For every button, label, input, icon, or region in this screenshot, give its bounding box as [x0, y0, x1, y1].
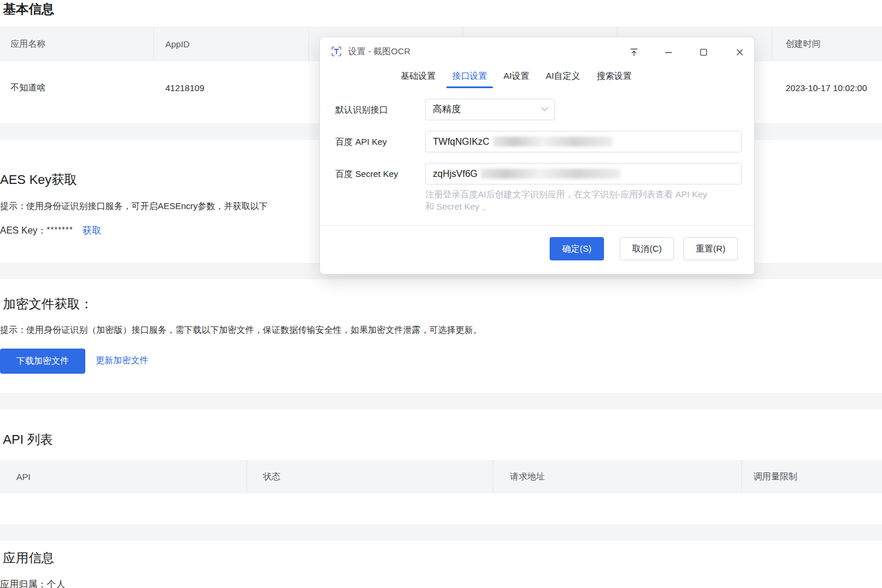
app-info-title: 应用信息 — [3, 549, 54, 567]
dialog-title: 设置 - 截图OCR — [348, 46, 411, 57]
cancel-button[interactable]: 取消(C) — [620, 237, 674, 260]
secret-key-visible-text: zqHjsVf6G — [433, 169, 477, 179]
tab-basic-settings[interactable]: 基础设置 — [401, 71, 436, 88]
dialog-footer-divider — [320, 225, 754, 226]
baidu-secret-key-input[interactable]: zqHjsVf6G — [425, 163, 742, 185]
api-list-title: API 列表 — [3, 431, 53, 448]
help-line-2: 和 Secret Key 。 — [425, 200, 745, 213]
aes-key-masked-value: ******* — [47, 225, 73, 234]
help-line-1: 注册登录百度AI后创建文字识别应用，在文字识别-应用列表查看 API Key — [425, 188, 745, 200]
encrypt-file-title: 加密文件获取： — [3, 295, 93, 313]
reset-button[interactable]: 重置(R) — [683, 237, 738, 260]
app-name-value: 不知道啥 — [11, 82, 46, 93]
default-engine-select[interactable]: 高精度 — [425, 99, 555, 120]
settings-dialog: 设置 - 截图OCR — [320, 37, 755, 274]
basic-info-title: 基本信息 — [3, 1, 54, 18]
api-key-redaction-smudge — [493, 137, 613, 147]
aes-tip: 提示：使用身份证识别接口服务，可开启AESEncry参数，并获取以下 — [0, 201, 268, 212]
ok-button[interactable]: 确定(S) — [550, 237, 604, 260]
aes-key-line: AES Key：*******获取 — [0, 225, 101, 237]
settings-tab-bar: 基础设置 接口设置 AI设置 AI自定义 搜索设置 — [401, 71, 631, 88]
tab-ai-custom[interactable]: AI自定义 — [546, 71, 580, 88]
api-list-table-header: API 状态 请求地址 调用量限制 — [0, 460, 882, 493]
default-engine-value: 高精度 — [433, 103, 461, 116]
baidu-secret-key-label: 百度 Secret Key — [335, 163, 398, 185]
section-divider-band — [0, 524, 882, 541]
minimize-icon[interactable] — [660, 44, 676, 60]
tab-search-settings[interactable]: 搜索设置 — [596, 71, 631, 88]
default-engine-label: 默认识别接口 — [335, 99, 388, 120]
col-created-time: 创建时间 — [786, 39, 821, 50]
download-encrypt-file-button[interactable]: 下载加密文件 — [0, 349, 85, 374]
tab-ai-settings[interactable]: AI设置 — [503, 71, 529, 88]
maximize-icon[interactable] — [695, 44, 711, 60]
aes-key-label: AES Key： — [0, 225, 47, 235]
chevron-down-icon — [541, 104, 548, 112]
api-key-help-text: 注册登录百度AI后创建文字识别应用，在文字识别-应用列表查看 API Key 和… — [425, 188, 745, 213]
appid-value: 41218109 — [165, 83, 204, 93]
update-encrypt-file-link[interactable]: 更新加密文件 — [96, 355, 148, 366]
col-status: 状态 — [263, 471, 280, 482]
api-key-visible-text: TWfqNGIKzC — [433, 137, 489, 147]
pin-top-icon[interactable] — [626, 44, 642, 60]
close-icon[interactable] — [731, 44, 748, 60]
dialog-titlebar[interactable]: 设置 - 截图OCR — [320, 37, 754, 65]
app-console-page: 基本信息 应用名称 AppID 创建时间 不知道啥 41218109 2023-… — [0, 0, 882, 588]
baidu-api-key-label: 百度 API Key — [335, 131, 387, 152]
tab-api-settings[interactable]: 接口设置 — [452, 71, 487, 88]
col-app-name: 应用名称 — [11, 39, 46, 50]
ocr-app-icon — [330, 45, 343, 58]
created-time-value: 2023-10-17 10:02:00 — [786, 83, 867, 93]
col-api: API — [16, 472, 30, 482]
col-appid: AppID — [165, 39, 190, 49]
section-divider-band — [0, 393, 882, 409]
col-request-url: 请求地址 — [510, 471, 545, 482]
baidu-api-key-input[interactable]: TWfqNGIKzC — [425, 131, 742, 152]
encrypt-tip: 提示：使用身份证识别（加密版）接口服务，需下载以下加密文件，保证数据传输安全性，… — [0, 325, 482, 336]
secret-key-redaction-smudge — [481, 169, 621, 179]
app-ownership-text: 应用归属：个人 — [0, 579, 65, 588]
aes-key-get-link[interactable]: 获取 — [82, 225, 101, 235]
col-quota-limit: 调用量限制 — [753, 471, 797, 482]
aes-key-title: AES Key获取 — [0, 171, 77, 189]
